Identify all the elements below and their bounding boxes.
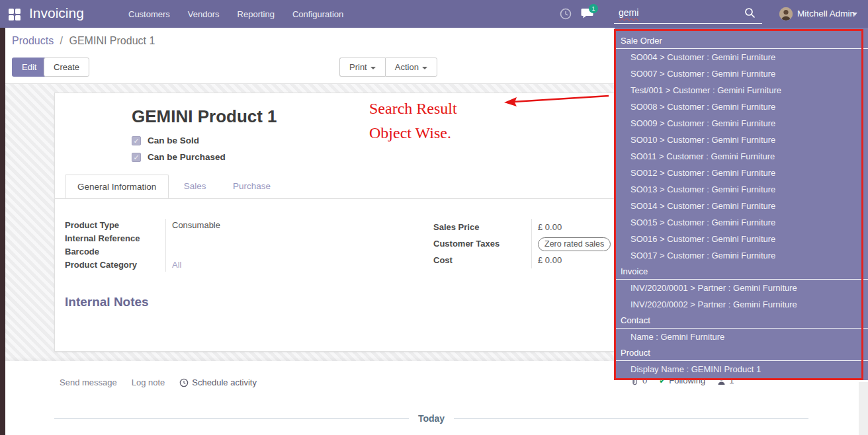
breadcrumb-separator: / — [60, 35, 63, 46]
can-be-purchased-row: ✓ Can be Purchased — [132, 152, 226, 162]
search-result-item[interactable]: SO015 > Customer : Gemini Furniture — [615, 214, 868, 231]
search-result-item[interactable]: SO010 > Customer : Gemini Furniture — [615, 132, 868, 148]
edit-button[interactable]: Edit — [12, 58, 46, 77]
apps-menu-icon[interactable] — [9, 9, 21, 20]
messages-badge: 1 — [589, 4, 598, 13]
log-note-button[interactable]: Log note — [132, 377, 165, 387]
search-result-item[interactable]: SO009 > Customer : Gemini Furniture — [615, 115, 868, 132]
product-category-value[interactable]: All — [172, 258, 284, 272]
print-action-group: Print Action — [339, 58, 437, 77]
search-group-contact: Contact — [615, 313, 868, 329]
can-be-sold-label: Can be Sold — [148, 136, 199, 145]
search-query-text: gemi — [619, 7, 638, 18]
barcode-value — [172, 245, 284, 258]
can-be-sold-row: ✓ Can be Sold — [132, 136, 199, 145]
user-name[interactable]: Mitchell Admin — [797, 9, 855, 19]
can-be-purchased-label: Can be Purchased — [148, 152, 226, 162]
internal-notes-heading[interactable]: Internal Notes — [65, 295, 149, 309]
action-button[interactable]: Action — [385, 58, 437, 77]
search-result-item[interactable]: INV/2020/0001 > Partner : Gemini Furnitu… — [615, 280, 868, 296]
user-avatar[interactable] — [779, 7, 793, 20]
send-message-button[interactable]: Send message — [60, 377, 117, 387]
menu-customers[interactable]: Customers — [128, 9, 170, 19]
internal-reference-label: Internal Reference — [65, 232, 165, 245]
field-group-left: Product Type Internal Reference Barcode … — [65, 219, 284, 272]
product-type-label: Product Type — [65, 219, 165, 232]
search-result-item[interactable]: SO004 > Customer : Gemini Furniture — [615, 49, 868, 65]
main-menu: Customers Vendors Reporting Configuratio… — [128, 0, 343, 28]
search-result-item[interactable]: Name : Gemini Furniture — [615, 329, 868, 345]
app-name[interactable]: Invoicing — [29, 5, 84, 21]
schedule-clock-icon — [179, 378, 189, 387]
activities-clock-icon[interactable] — [559, 7, 574, 22]
product-type-value: Consumable — [172, 219, 284, 232]
can-be-purchased-checkbox[interactable]: ✓ — [132, 153, 141, 162]
annotation-arrow — [503, 93, 613, 108]
search-result-item[interactable]: INV/2020/0002 > Partner : Gemini Furnitu… — [615, 296, 868, 313]
menu-configuration[interactable]: Configuration — [292, 9, 343, 19]
search-result-item[interactable]: SO017 > Customer : Gemini Furniture — [615, 247, 868, 264]
tab-purchase[interactable]: Purchase — [221, 175, 282, 197]
can-be-sold-checkbox[interactable]: ✓ — [132, 136, 141, 145]
user-menu-caret-icon[interactable] — [852, 13, 857, 16]
breadcrumb-current: GEMINI Product 1 — [69, 35, 155, 46]
top-navbar: Invoicing Customers Vendors Reporting Co… — [0, 0, 868, 28]
menu-reporting[interactable]: Reporting — [238, 9, 275, 19]
search-input[interactable]: gemi — [614, 4, 762, 24]
product-title: GEMINI Product 1 — [132, 106, 277, 127]
search-result-item[interactable]: Test/001 > Customer : Gemini Furniture — [615, 82, 868, 99]
window-left-edge — [0, 28, 5, 435]
breadcrumb-products-link[interactable]: Products — [12, 35, 54, 46]
menu-vendors[interactable]: Vendors — [188, 9, 220, 19]
messages-icon[interactable]: 1 — [581, 7, 595, 22]
search-result-item[interactable]: SO007 > Customer : Gemini Furniture — [615, 65, 868, 82]
tab-sales[interactable]: Sales — [172, 175, 218, 197]
search-result-item[interactable]: SO008 > Customer : Gemini Furniture — [615, 99, 868, 115]
search-result-item[interactable]: SO016 > Customer : Gemini Furniture — [615, 231, 868, 247]
schedule-activity-button[interactable]: Schedule activity — [179, 377, 257, 387]
product-category-label: Product Category — [65, 258, 165, 272]
search-result-item[interactable]: Display Name : GEMINI Product 1 — [615, 361, 868, 377]
internal-reference-value — [172, 232, 284, 245]
search-icon[interactable] — [744, 7, 756, 19]
search-group-sale-order: Sale Order — [615, 33, 868, 49]
create-button[interactable]: Create — [44, 58, 89, 77]
print-caret-icon — [370, 67, 376, 69]
tab-general-information[interactable]: General Information — [65, 175, 169, 198]
search-result-item[interactable]: SO011 > Customer : Gemini Furniture — [615, 148, 868, 165]
customer-taxes-label: Customer Taxes — [433, 235, 531, 252]
customer-taxes-tag[interactable]: Zero rated sales — [538, 237, 611, 251]
action-caret-icon — [422, 67, 427, 69]
print-button[interactable]: Print — [339, 58, 385, 77]
search-result-item[interactable]: SO014 > Customer : Gemini Furniture — [615, 198, 868, 214]
search-result-item[interactable]: SO012 > Customer : Gemini Furniture — [615, 165, 868, 181]
cost-label: Cost — [433, 252, 531, 268]
search-result-item[interactable]: SO013 > Customer : Gemini Furniture — [615, 181, 868, 198]
sales-price-label: Sales Price — [433, 219, 531, 235]
scrollbar-track[interactable] — [859, 382, 868, 435]
breadcrumb: Products / GEMINI Product 1 — [12, 35, 155, 47]
search-results-dropdown: Sale Order SO004 > Customer : Gemini Fur… — [615, 28, 868, 380]
chatter-links: Send message Log note Schedule activity — [60, 377, 257, 387]
search-group-product: Product — [615, 345, 868, 361]
barcode-label: Barcode — [65, 245, 165, 258]
annotation-text: Search Result Object Wise. — [369, 97, 457, 145]
search-group-invoice: Invoice — [615, 264, 868, 280]
today-divider: Today — [54, 413, 808, 424]
